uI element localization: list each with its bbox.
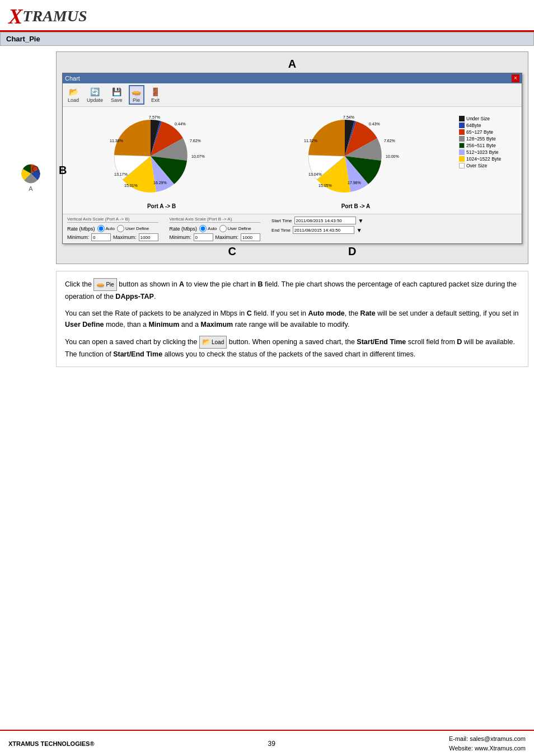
start-time-input[interactable]: [294, 217, 356, 224]
legend-color-512-1023: [459, 149, 465, 155]
svg-text:7.54%: 7.54%: [343, 115, 354, 119]
svg-text:0.43%: 0.43%: [369, 122, 380, 126]
footer-contact: E-mail: sales@xtramus.com Website: www.X…: [449, 734, 526, 753]
legend-color-undersize: [459, 116, 465, 121]
radio-auto-ab[interactable]: Auto: [97, 225, 115, 232]
load-inline-icon: 📂: [202, 337, 210, 348]
svg-text:11.32%: 11.32%: [304, 139, 317, 143]
svg-text:7.57%: 7.57%: [149, 115, 160, 119]
legend-color-oversize: [459, 163, 465, 168]
sidebar-chart-icon: A: [21, 163, 41, 192]
footer: XTRAMUS TECHNOLOGIES® 39 E-mail: sales@x…: [0, 730, 534, 756]
legend-item-64byte: 64Byte: [459, 123, 514, 128]
legend-section: Under Size 64Byte 65~127 Byte 128~2: [456, 111, 517, 209]
start-time-label: Start Time: [271, 218, 292, 223]
time-controls: Start Time ▼ End Time ▼: [271, 217, 363, 241]
rate-row-ba: Rate (Mbps) Auto User Define: [170, 225, 261, 232]
max-label-ab: Maximum:: [113, 234, 137, 240]
description-para2: You can set the Rate of packets to be an…: [65, 308, 519, 330]
minmax-row-ab: Minimum: Maximum:: [67, 233, 158, 241]
pie-inline-button[interactable]: 🥧 Pie: [93, 278, 116, 291]
main-content: A A Chart × 📂 Load: [0, 46, 534, 373]
svg-text:11.38%: 11.38%: [110, 139, 123, 143]
radio-userdefine-ba[interactable]: User Define: [219, 225, 251, 232]
legend-label-64byte: 64Byte: [466, 123, 481, 128]
radio-auto-ab-input[interactable]: [97, 225, 105, 232]
rate-row-ab: Rate (Mbps) Auto User Define: [67, 225, 158, 232]
description-area: Click the 🥧 Pie button as shown in A to …: [56, 271, 528, 367]
load-inline-label: Load: [212, 338, 224, 347]
para1-post: button as shown in A to view the pie cha…: [65, 280, 517, 300]
toolbar-update-button[interactable]: 🔄 Update: [85, 86, 105, 104]
chart-dialog-area: A Chart × 📂 Load 🔄 Update: [56, 51, 528, 264]
end-time-row: End Time ▼: [271, 226, 363, 234]
legend-color-1024-1522: [459, 156, 465, 162]
pie-inline-label: Pie: [106, 280, 114, 289]
window-body: 7.57% 0.44% 7.62% 10.07% 11.38% 13.17% 1…: [63, 107, 522, 214]
end-time-dropdown[interactable]: ▼: [357, 227, 362, 233]
minmax-row-ba: Minimum: Maximum:: [170, 233, 261, 241]
end-time-label: End Time: [271, 228, 291, 233]
legend-label-65-127: 65~127 Byte: [466, 129, 493, 135]
end-time-input[interactable]: [293, 226, 354, 234]
chart-port-ba: 7.54% 0.43% 7.62% 10.00% 11.32% 13.04% 1…: [261, 111, 450, 209]
sidebar-label: A: [29, 185, 32, 192]
rate-label-ba: Rate (Mbps): [170, 226, 198, 232]
right-content: A Chart × 📂 Load 🔄 Update: [56, 51, 528, 367]
radio-userdefine-ab-input[interactable]: [117, 225, 124, 232]
load-inline-button[interactable]: 📂 Load: [199, 336, 227, 349]
para1-pre: Click the: [65, 280, 92, 288]
legend-color-65-127: [459, 129, 465, 135]
pie-svg-ba: 7.54% 0.43% 7.62% 10.00% 11.32% 13.04% 1…: [303, 114, 409, 198]
window-title: Chart: [65, 75, 80, 82]
pie-port-ba: 7.54% 0.43% 7.62% 10.00% 11.32% 13.04% 1…: [294, 111, 418, 201]
footer-email: E-mail: sales@xtramus.com: [449, 734, 526, 744]
cd-row: C D: [62, 245, 522, 258]
svg-text:13.17%: 13.17%: [114, 172, 128, 176]
label-c: C: [228, 245, 236, 258]
description-para1: Click the 🥧 Pie button as shown in A to …: [65, 278, 519, 302]
toolbar-save-button[interactable]: 💾 Save: [109, 86, 124, 104]
min-input-ba[interactable]: [194, 233, 213, 241]
svg-text:13.04%: 13.04%: [308, 172, 322, 176]
min-label-ba: Minimum:: [170, 234, 191, 240]
logo-x: X: [8, 6, 22, 27]
svg-text:15.05%: 15.05%: [318, 184, 332, 187]
control-title-ba: Vertical Axis Scale (Port B -> A): [170, 217, 261, 223]
radio-userdefine-ba-input[interactable]: [219, 225, 227, 232]
chart-pie-icon: [21, 163, 41, 184]
legend-label-256-511: 256~511 Byte: [466, 143, 496, 148]
sidebar: A: [6, 51, 56, 367]
toolbar-load-button[interactable]: 📂 Load: [66, 86, 81, 104]
max-label-ba: Maximum:: [216, 234, 239, 240]
pie-port-ab: 7.57% 0.44% 7.62% 10.07% 11.38% 13.17% 1…: [100, 111, 223, 201]
logo-text: TRAMUS: [22, 8, 87, 24]
max-input-ba[interactable]: [241, 233, 260, 241]
update-icon: 🔄: [90, 87, 100, 97]
port-ba-label: Port B -> A: [341, 203, 371, 209]
svg-text:7.62%: 7.62%: [384, 139, 395, 143]
window-close-button[interactable]: ×: [512, 74, 519, 82]
footer-website: Website: www.Xtramus.com: [449, 744, 526, 753]
radio-auto-ba[interactable]: Auto: [199, 225, 217, 232]
legend-item-oversize: Over Size: [459, 163, 514, 168]
control-group-ba: Vertical Axis Scale (Port B -> A) Rate (…: [170, 217, 261, 241]
control-group-ab: Vertical Axis Scale (Port A -> B) Rate (…: [67, 217, 158, 241]
svg-text:16.29%: 16.29%: [153, 181, 167, 185]
label-b: B: [59, 164, 67, 177]
svg-text:10.00%: 10.00%: [386, 154, 399, 158]
legend-label-512-1023: 512~1023 Byte: [466, 149, 498, 155]
exit-icon: 🚪: [151, 87, 161, 97]
legend-item-65-127: 65~127 Byte: [459, 129, 514, 135]
legend-color-128-255: [459, 136, 465, 142]
pie-inline-icon: 🥧: [96, 279, 105, 290]
min-input-ab[interactable]: [91, 233, 111, 241]
toolbar-exit-button[interactable]: 🚪 Exit: [149, 86, 162, 104]
toolbar-pie-button[interactable]: 🥧 Pie: [129, 85, 144, 105]
description-para3: You can open a saved chart by clicking t…: [65, 336, 519, 360]
start-time-dropdown[interactable]: ▼: [358, 218, 364, 224]
header: X TRAMUS: [0, 0, 534, 32]
radio-auto-ba-input[interactable]: [199, 225, 207, 232]
max-input-ab[interactable]: [139, 233, 158, 241]
radio-userdefine-ab[interactable]: User Define: [117, 225, 149, 232]
